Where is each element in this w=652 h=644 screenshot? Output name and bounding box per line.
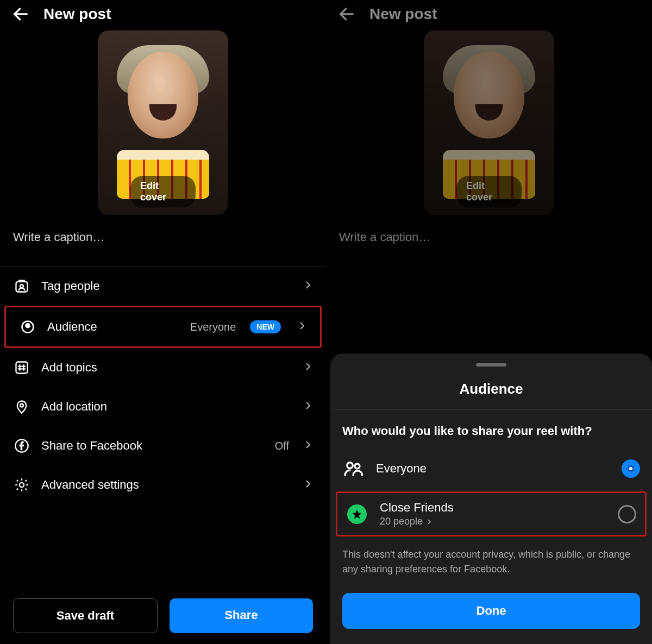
option-label: Close Friends [380,501,606,515]
row-tag-people[interactable]: Tag people [0,267,326,306]
row-add-location[interactable]: Add location [0,387,326,426]
audience-icon [19,318,36,336]
svg-point-11 [355,464,360,469]
preview-decoration [128,52,198,138]
option-label: Everyone [376,462,610,476]
tag-people-icon [13,277,30,295]
facebook-icon [13,437,30,454]
row-label: Add topics [41,361,292,375]
modal-disclaimer: This doesn't affect your account privacy… [330,540,652,590]
left-pane: New post Edit cover Write a caption… Tag… [0,0,326,644]
page-title: New post [369,5,437,23]
location-icon [13,398,30,415]
dimmed-background: New post Edit cover Write a caption… [326,0,652,266]
svg-point-8 [20,483,24,487]
close-friends-count: 20 people [380,516,423,527]
back-arrow-icon[interactable] [11,4,30,24]
topics-icon [13,359,30,376]
audience-modal: Audience Who would you like to share you… [330,353,652,644]
media-preview[interactable]: Edit cover [98,30,228,215]
caption-input: Write a caption… [326,215,652,266]
row-label: Tag people [41,279,292,293]
close-friends-icon [346,503,368,525]
header: New post [0,0,326,30]
row-value: Off [275,440,289,452]
svg-point-6 [20,404,23,407]
chevron-right-icon [426,519,432,525]
back-arrow-icon [337,4,356,24]
chevron-right-icon [303,478,313,492]
option-sublabel[interactable]: 20 people [380,516,606,527]
row-share-facebook[interactable]: Share to Facebook Off [0,426,326,465]
right-pane: New post Edit cover Write a caption… Aud… [326,0,652,644]
row-add-topics[interactable]: Add topics [0,348,326,387]
options-list: Tag people Audience Everyone NEW [0,266,326,504]
radio-unselected[interactable] [618,505,636,523]
media-preview-wrap: Edit cover [326,30,652,215]
svg-point-10 [347,463,353,469]
chevron-right-icon [303,439,313,453]
media-preview-wrap: Edit cover [0,30,326,215]
done-button[interactable]: Done [342,593,640,629]
footer: Save draft Share [0,598,326,633]
modal-subtitle: Who would you like to share your reel wi… [330,410,652,449]
share-button[interactable]: Share [170,598,313,633]
svg-rect-1 [16,282,28,292]
everyone-icon [342,458,364,479]
save-draft-button[interactable]: Save draft [13,598,158,633]
row-value: Everyone [190,321,236,333]
row-audience[interactable]: Audience Everyone NEW [4,306,322,348]
row-label: Add location [41,400,292,414]
drag-handle[interactable] [476,363,506,367]
edit-cover-button[interactable]: Edit cover [130,176,196,207]
svg-point-4 [26,324,30,327]
svg-marker-12 [353,509,362,519]
row-label: Advanced settings [41,478,292,492]
page-title: New post [43,5,111,23]
media-preview: Edit cover [424,30,554,215]
radio-selected[interactable] [622,459,640,478]
row-label: Share to Facebook [41,439,264,453]
row-label: Audience [47,320,179,334]
row-advanced-settings[interactable]: Advanced settings [0,465,326,504]
highlight-audience: Audience Everyone NEW [4,306,322,348]
option-text: Everyone [376,462,610,476]
highlight-close-friends: Close Friends 20 people [336,491,647,536]
option-everyone[interactable]: Everyone [330,449,652,488]
svg-point-2 [20,285,23,288]
modal-title: Audience [330,381,652,410]
edit-cover-button: Edit cover [456,176,522,207]
new-badge: NEW [250,320,281,333]
caption-input[interactable]: Write a caption… [0,215,326,266]
chevron-right-icon [303,361,313,375]
option-close-friends[interactable]: Close Friends 20 people [343,495,640,533]
preview-decoration [454,52,524,138]
header: New post [326,0,652,30]
chevron-right-icon [303,400,313,414]
chevron-right-icon [297,320,307,334]
option-text: Close Friends 20 people [380,501,606,527]
gear-icon [13,476,30,494]
svg-rect-5 [16,362,28,374]
chevron-right-icon [303,279,313,293]
